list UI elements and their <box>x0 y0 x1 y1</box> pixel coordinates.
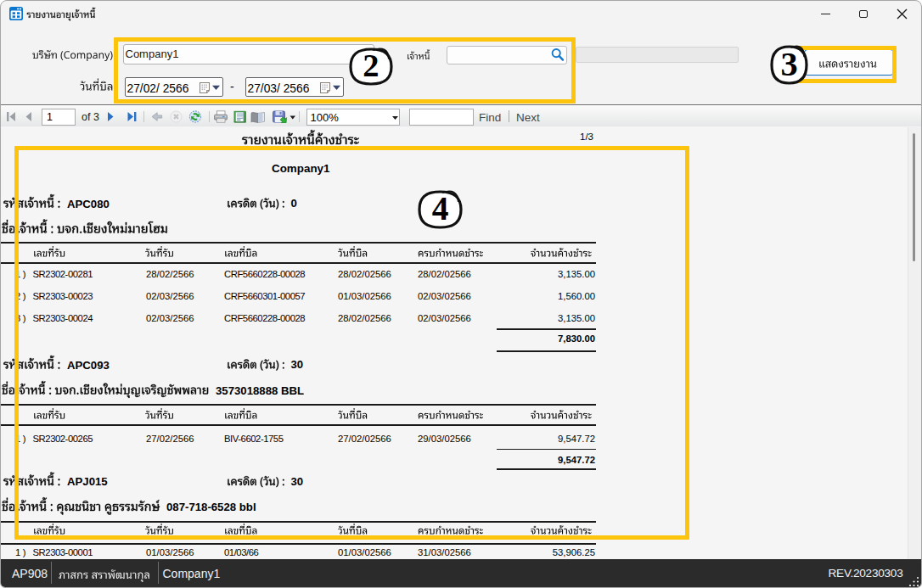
svg-text:3: 3 <box>780 44 797 82</box>
svg-text:4: 4 <box>431 190 448 227</box>
svg-text:2: 2 <box>363 47 379 82</box>
